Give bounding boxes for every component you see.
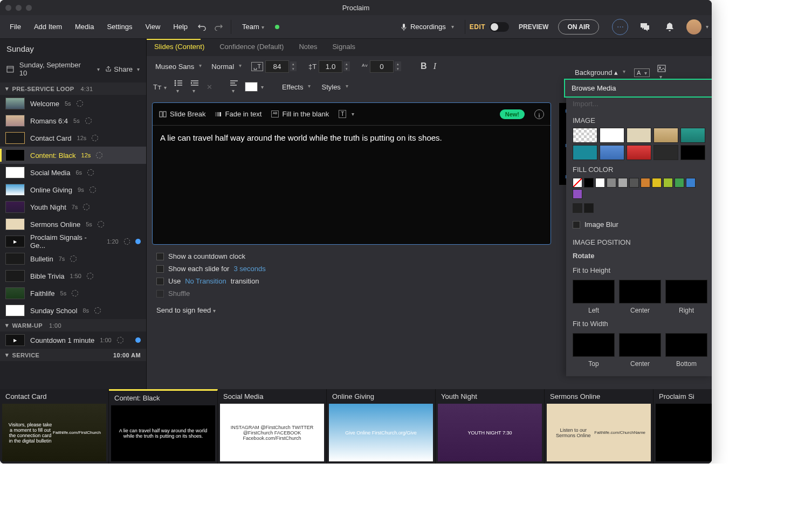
slide-item[interactable]: Welcome5s	[0, 95, 146, 112]
browse-media-button[interactable]: Browse Media	[565, 80, 712, 96]
menu-add-item[interactable]: Add Item	[27, 19, 68, 34]
line-height-stepper[interactable]: ▴▾	[343, 61, 350, 71]
image-blur-checkbox[interactable]	[573, 221, 580, 229]
slide-item[interactable]: Sermons Online5s	[0, 216, 146, 233]
slide-item[interactable]: Countdown 1 minute1:00	[0, 331, 146, 349]
tab-signals[interactable]: Signals	[325, 39, 363, 56]
tracking-input[interactable]	[370, 60, 394, 73]
fill-color-chip[interactable]	[573, 178, 582, 188]
filmstrip-item[interactable]: Sermons OnlineListen to our Sermons Onli…	[545, 389, 653, 464]
fill-color-chip[interactable]	[584, 203, 594, 213]
clear-format-button[interactable]: ✕	[205, 82, 214, 92]
text-direction-button[interactable]: T▾	[339, 110, 354, 118]
menu-settings[interactable]: Settings	[100, 19, 139, 34]
bold-button[interactable]: B	[419, 60, 428, 72]
filmstrip-item[interactable]: Contact CardVisitors, please take a mome…	[0, 389, 109, 464]
slide-item[interactable]: Online Giving9s	[0, 181, 146, 198]
image-swatch[interactable]	[653, 128, 678, 143]
image-swatch[interactable]	[653, 145, 678, 160]
menu-help[interactable]: Help	[167, 19, 194, 34]
send-sign-feed-button[interactable]: Send to sign feed▾	[156, 306, 547, 314]
redo-button[interactable]	[210, 19, 226, 35]
chat-icon[interactable]	[637, 19, 653, 35]
fill-color-chip[interactable]	[618, 178, 628, 188]
image-swatch[interactable]	[600, 128, 624, 143]
tab-slides-content-[interactable]: Slides (Content)	[147, 39, 212, 56]
slide-item[interactable]: Youth Night7s	[0, 198, 146, 216]
slide-item[interactable]: Social Media6s	[0, 164, 146, 181]
section-header[interactable]: ▾WARM-UP1:00	[0, 319, 146, 331]
section-header[interactable]: ▾PRE-SERVICE LOOP4:31	[0, 82, 146, 95]
fit-center-button[interactable]	[619, 280, 661, 303]
effects-select[interactable]: Effects	[279, 81, 313, 93]
slide-item[interactable]: Bible Trivia1:50	[0, 267, 146, 285]
fill-color-chip[interactable]	[629, 178, 639, 188]
slide-item[interactable]: Romans 6:45s	[0, 112, 146, 129]
fill-color-chip[interactable]	[686, 178, 696, 188]
image-swatch-transparent[interactable]	[573, 128, 597, 143]
fit-right-button[interactable]	[665, 280, 707, 303]
section-header[interactable]: ▾SERVICE10:00 AM	[0, 349, 146, 361]
slide-item[interactable]: Content: Black12s	[0, 147, 146, 164]
fill-color-chip[interactable]	[607, 178, 616, 188]
fill-color-chip[interactable]	[663, 178, 673, 188]
transition-checkbox[interactable]	[156, 278, 164, 285]
date-label[interactable]: Sunday, September 10	[19, 61, 90, 77]
filmstrip-item[interactable]: Youth NightYOUTH NIGHT 7:30	[436, 389, 545, 464]
slide-item[interactable]: Contact Card12s	[0, 129, 146, 147]
tab-confidence-default-[interactable]: Confidence (Default)	[212, 39, 291, 56]
styles-select[interactable]: Styles	[318, 81, 350, 93]
fill-color-chip[interactable]	[595, 178, 605, 188]
image-swatch[interactable]	[680, 145, 705, 160]
menu-view[interactable]: View	[139, 19, 167, 34]
filmstrip-item[interactable]: Proclaim Si	[653, 389, 712, 464]
countdown-checkbox[interactable]	[156, 253, 164, 260]
fill-blank-button[interactable]: ᴬᴮFill in the blank	[271, 110, 329, 118]
font-size-input[interactable]	[265, 60, 289, 73]
fill-color-chip[interactable]	[675, 178, 684, 188]
fade-in-button[interactable]: Fade in text	[215, 110, 262, 118]
fit-left-button[interactable]	[573, 280, 615, 303]
font-weight-select[interactable]: Normal	[208, 60, 244, 73]
bell-icon[interactable]	[662, 19, 678, 35]
line-height-input[interactable]	[319, 60, 342, 73]
fill-color-chip[interactable]	[573, 189, 582, 199]
onair-button[interactable]: ON AIR	[558, 19, 599, 34]
image-swatch[interactable]	[680, 128, 705, 143]
tracking-stepper[interactable]: ▴▾	[395, 61, 401, 71]
textbox-style-button[interactable]: A ▾	[634, 68, 650, 77]
share-button[interactable]: Share▾	[105, 65, 140, 73]
fit-bottom-button[interactable]	[665, 333, 707, 357]
filmstrip-item[interactable]: Online GivingGive Online FirstChurch.org…	[327, 389, 436, 464]
image-swatch[interactable]	[573, 145, 597, 160]
italic-button[interactable]: I	[432, 60, 437, 72]
shuffle-checkbox[interactable]	[156, 290, 164, 298]
fill-color-chip[interactable]	[584, 178, 594, 188]
filmstrip-item[interactable]: Content: BlackA lie can travel half way …	[109, 389, 218, 464]
slide-item[interactable]: Sunday School8s	[0, 302, 146, 319]
slide-item[interactable]: Faithlife5s	[0, 285, 146, 302]
fill-color-chip[interactable]	[573, 203, 582, 213]
fill-color-chip[interactable]	[652, 178, 662, 188]
undo-button[interactable]	[194, 19, 210, 35]
slide-break-button[interactable]: Slide Break	[159, 110, 205, 118]
fit-top-button[interactable]	[573, 333, 615, 357]
traffic-lights[interactable]	[5, 5, 32, 11]
menu-media[interactable]: Media	[68, 19, 100, 34]
mode-toggle[interactable]	[490, 22, 509, 32]
slide-text-content[interactable]: A lie can travel half way around the wor…	[153, 126, 551, 244]
font-select[interactable]: Museo Sans	[152, 60, 204, 73]
image-swatch[interactable]	[600, 145, 624, 160]
menu-file[interactable]: File	[3, 19, 27, 34]
font-size-stepper[interactable]: ▴▾	[290, 61, 297, 71]
each-slide-checkbox[interactable]	[156, 265, 164, 273]
slide-item[interactable]: Bulletin7s	[0, 250, 146, 267]
fit-center2-button[interactable]	[619, 333, 661, 357]
background-select[interactable]: Background ▴	[572, 66, 628, 79]
user-avatar[interactable]: ▾	[686, 19, 708, 34]
slide-item[interactable]: Proclaim Signals - Ge...1:20	[0, 233, 146, 250]
image-swatch[interactable]	[627, 128, 651, 143]
text-color-button[interactable]: ▾	[245, 82, 264, 92]
info-icon[interactable]: i	[534, 109, 544, 119]
import-button[interactable]: Import...	[566, 100, 712, 112]
